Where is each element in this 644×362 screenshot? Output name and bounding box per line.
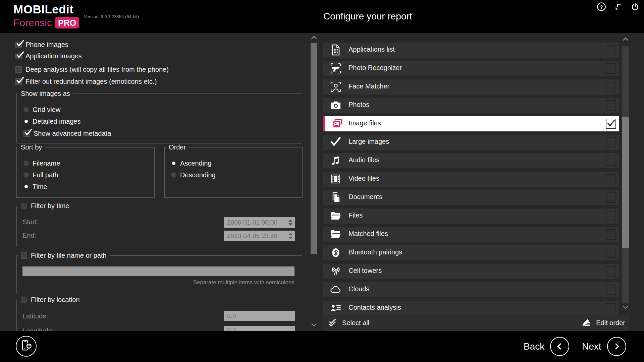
spin-up-icon[interactable]: [288, 233, 292, 235]
right-scrollbar-thumb[interactable]: [622, 117, 629, 248]
option-radio-row[interactable]: Descending: [171, 170, 216, 180]
select-all-button[interactable]: Select all: [327, 317, 369, 329]
option-label: Filename: [33, 160, 60, 167]
next-button[interactable]: Next: [582, 331, 626, 362]
power-icon[interactable]: [630, 2, 640, 12]
radio-button[interactable]: [23, 161, 29, 166]
report-section-checkbox[interactable]: [606, 192, 616, 203]
option-radio-row[interactable]: Filename: [23, 158, 60, 168]
option-radio-row[interactable]: Full path: [23, 170, 58, 180]
report-section-label: Contacts analysis: [348, 304, 401, 311]
report-section-row[interactable]: Files: [323, 208, 619, 224]
add-phone-button[interactable]: [16, 336, 37, 357]
group-legend: Sort by: [21, 143, 42, 151]
checkbox-label: Filter out redundant images (emoticons e…: [25, 78, 157, 85]
checkbox[interactable]: [15, 78, 22, 85]
report-section-row[interactable]: Clouds: [323, 282, 619, 297]
report-section-row[interactable]: Video files: [323, 172, 619, 187]
back-button[interactable]: Back: [524, 331, 569, 362]
filter-by-name-checkbox[interactable]: [21, 252, 27, 259]
option-checkbox-row[interactable]: Application images: [15, 51, 82, 61]
radio-button[interactable]: [23, 184, 29, 189]
large-images-icon: [330, 136, 342, 148]
resize-window-icon[interactable]: [613, 2, 623, 12]
start-datetime-input[interactable]: 2000-01-01 00:00: [224, 217, 295, 228]
report-section-label: Photo Recognizer: [348, 64, 402, 72]
checkbox[interactable]: [23, 130, 30, 137]
radio-button[interactable]: [171, 161, 176, 166]
documents-icon: [330, 191, 342, 203]
bluetooth-icon: [330, 247, 342, 259]
report-section-checkbox[interactable]: [606, 63, 616, 74]
filter-by-time-checkbox[interactable]: [21, 203, 27, 209]
latitude-input[interactable]: 0.0: [224, 311, 295, 321]
option-checkbox-row[interactable]: Filter out redundant images (emoticons e…: [15, 76, 157, 86]
report-section-checkbox[interactable]: [606, 45, 616, 55]
report-section-row[interactable]: Face Matcher: [323, 79, 619, 95]
edit-order-icon: [581, 317, 592, 329]
report-section-checkbox[interactable]: [606, 248, 616, 258]
radio-button[interactable]: [23, 119, 29, 124]
option-checkbox-row[interactable]: Show advanced metadata: [23, 128, 111, 138]
version-label: Version: 9.0.1.23854 (64-bit): [84, 14, 139, 19]
report-section-checkbox[interactable]: [606, 137, 616, 147]
filter-by-location-checkbox[interactable]: [21, 297, 27, 303]
spin-down-icon[interactable]: [288, 237, 292, 239]
report-section-checkbox[interactable]: [606, 266, 616, 277]
checkbox-label: Deep analysis (will copy all files from …: [25, 66, 169, 73]
top-bar: MOBILedit Forensic PRO Version: 9.0.1.23…: [0, 0, 644, 33]
radio-button[interactable]: [23, 172, 29, 178]
report-section-row[interactable]: Cell towers: [323, 264, 619, 279]
checkbox[interactable]: [15, 53, 22, 59]
report-section-checkbox[interactable]: [606, 82, 616, 92]
report-section-row[interactable]: Image files: [323, 116, 619, 131]
radio-button[interactable]: [23, 107, 29, 112]
report-section-label: Photos: [348, 101, 369, 109]
left-scrollbar-thumb[interactable]: [311, 43, 317, 254]
edit-order-button[interactable]: Edit order: [581, 317, 625, 329]
contacts-icon: [330, 302, 342, 314]
report-section-row[interactable]: Applications list: [323, 43, 619, 58]
report-section-checkbox[interactable]: [606, 100, 616, 111]
report-section-row[interactable]: Documents: [323, 190, 619, 205]
option-radio-row[interactable]: Ascending: [171, 158, 211, 168]
chevron-up-icon[interactable]: [622, 36, 630, 42]
report-section-checkbox[interactable]: [606, 174, 616, 184]
report-section-checkbox[interactable]: [606, 229, 616, 240]
option-radio-row[interactable]: Grid view: [23, 105, 60, 115]
chevron-up-icon[interactable]: [310, 35, 318, 41]
report-section-label: Image files: [348, 119, 381, 127]
end-datetime-stepper[interactable]: [286, 233, 295, 239]
help-icon[interactable]: ?: [596, 2, 606, 12]
report-section-row[interactable]: Bluetooth pairings: [323, 245, 619, 260]
longitude-input[interactable]: 0.0: [224, 326, 295, 331]
option-radio-row[interactable]: Detailed images: [23, 116, 80, 126]
report-section-checkbox[interactable]: [606, 156, 616, 166]
report-section-row[interactable]: Matched files: [323, 227, 619, 242]
report-section-row[interactable]: Contacts analysis: [323, 301, 619, 316]
option-radio-row[interactable]: Time: [23, 182, 47, 192]
report-section-checkbox[interactable]: [606, 211, 616, 221]
report-section-row[interactable]: Photos: [323, 98, 619, 113]
option-checkbox-row[interactable]: Phone images: [15, 40, 68, 50]
spin-down-icon[interactable]: [288, 223, 292, 226]
filename-filter-input[interactable]: [22, 266, 294, 276]
option-checkbox-row[interactable]: Deep analysis (will copy all files from …: [15, 64, 169, 74]
report-section-checkbox[interactable]: [606, 303, 616, 313]
checkbox[interactable]: [15, 42, 22, 48]
end-datetime-input[interactable]: 2023-04-05 23:59: [224, 231, 295, 241]
spin-up-icon[interactable]: [288, 219, 292, 222]
report-section-checkbox[interactable]: [606, 119, 616, 129]
report-section-row[interactable]: Photo Recognizer: [323, 61, 619, 76]
checkbox[interactable]: [15, 66, 22, 73]
report-section-checkbox[interactable]: [606, 285, 616, 295]
report-section-row[interactable]: Large images: [323, 135, 619, 150]
report-section-label: Cell towers: [348, 267, 382, 275]
photo-recognizer-icon: [330, 62, 342, 74]
face-matcher-icon: [330, 81, 342, 93]
chevron-down-icon[interactable]: [310, 322, 318, 328]
start-datetime-stepper[interactable]: [286, 219, 295, 226]
report-section-row[interactable]: Audio files: [323, 153, 619, 168]
radio-button[interactable]: [171, 172, 176, 178]
chevron-down-icon[interactable]: [622, 304, 630, 310]
